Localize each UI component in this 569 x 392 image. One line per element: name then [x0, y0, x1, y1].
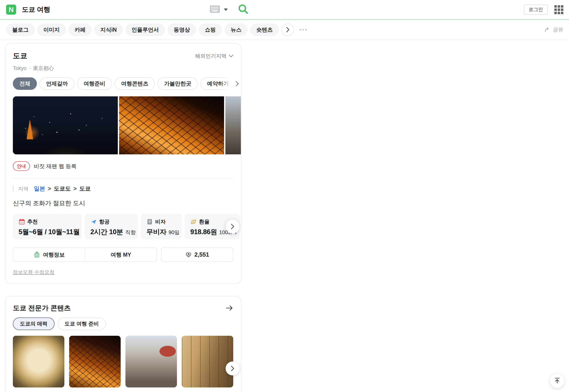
photo-gallery: [13, 96, 241, 154]
recommended-months: 5월~6월 / 10월~11월: [18, 227, 80, 237]
tab-kin[interactable]: 지식iN: [94, 24, 123, 36]
tab-shorttents[interactable]: 숏텐츠: [250, 24, 279, 36]
search-tab-bar: 블로그 이미지 카페 지식iN 인플루언서 동영상 쇼핑 뉴스 숏텐츠 공유: [0, 20, 569, 40]
thumbnail-asakusa-street-photo: [125, 336, 177, 387]
place-action-row: 여행정보 여행 MY 2,551: [13, 247, 233, 262]
currency-icon: $: [190, 218, 197, 225]
thumbnail-tokyo-tower-photo: [69, 336, 121, 387]
chevron-down-icon: [229, 55, 233, 57]
info-cards-next-button[interactable]: [226, 220, 240, 234]
place-filter-chips: 전체 언제갈까 여행준비 여행콘텐츠 가볼만한곳 예약하기 코스추천 사진: [13, 77, 241, 90]
place-title: 도쿄: [13, 51, 27, 61]
filter-trip-prep[interactable]: 여행준비: [77, 77, 112, 90]
tab-influencer[interactable]: 인플루언서: [125, 24, 165, 36]
chevron-right-icon: [230, 366, 235, 371]
place-name-local: 東京都心: [33, 65, 54, 72]
tab-news[interactable]: 뉴스: [224, 24, 248, 36]
passport-icon: [146, 218, 153, 225]
info-card-visa[interactable]: 비자 무비자 90일: [141, 214, 182, 239]
top-header: N 도쿄 여행 로그인: [0, 0, 569, 20]
notice-row[interactable]: 안내 비짓 재팬 웹 등록: [13, 161, 233, 171]
search-icon[interactable]: [237, 3, 249, 16]
breadcrumb-tokyo-to[interactable]: 도쿄도: [54, 185, 71, 193]
share-button[interactable]: 공유: [544, 26, 563, 33]
photo-tokyo-tower-closeup[interactable]: [119, 96, 224, 154]
flight-direct-label: 직항: [125, 229, 136, 236]
keyboard-dropdown-icon[interactable]: [224, 9, 228, 11]
breadcrumb-separator: >: [48, 185, 51, 192]
tabs-overflow-button[interactable]: [300, 29, 307, 30]
info-label-recommended: 추천: [27, 218, 38, 225]
region-label: 지역: [18, 185, 29, 192]
search-query-text[interactable]: 도쿄 여행: [22, 5, 50, 14]
info-label-exchange: 환율: [199, 218, 209, 225]
header-right: 로그인: [524, 5, 563, 14]
expert-content-card: 도쿄 전문가 콘텐츠 도쿄의 매력 도쿄 여행 준비 【맛있는 도쿄】'미슐랭 …: [5, 296, 241, 392]
login-button[interactable]: 로그인: [524, 5, 548, 14]
main-column: 도쿄 해외인기지역 Tokyo 東京都心 전체 언제갈까 여행준비 여행콘텐츠 …: [0, 40, 569, 392]
expert-items-carousel: 【맛있는 도쿄】'미슐랭 스타 셰프'가 직접 다룬 ... GO 도쿄관광재단…: [13, 336, 233, 392]
expert-card-title: 도쿄 전문가 콘텐츠: [13, 304, 71, 313]
tab-cafe[interactable]: 카페: [69, 24, 92, 36]
tab-image[interactable]: 이미지: [37, 24, 66, 36]
share-arrow-icon: [544, 26, 551, 33]
travel-my-label: 여행 MY: [111, 251, 131, 258]
travel-button-group: 여행정보 여행 MY: [13, 247, 157, 262]
tab-blog[interactable]: 블로그: [6, 24, 35, 36]
suitcase-icon: [33, 251, 40, 258]
travel-info-button[interactable]: 여행정보: [13, 248, 85, 261]
exchange-rate-value: 918.86원: [190, 227, 217, 237]
tabs-next-button[interactable]: [281, 24, 294, 36]
region-bar: [13, 185, 14, 192]
expert-items-next-button[interactable]: [226, 362, 240, 376]
tab-video[interactable]: 동영상: [168, 24, 196, 36]
expert-card-more-button[interactable]: [225, 304, 233, 312]
notice-badge: 안내: [13, 161, 30, 171]
breadcrumb-tokyo[interactable]: 도쿄: [79, 185, 90, 193]
share-label: 공유: [553, 26, 563, 33]
chevron-right-icon: [286, 27, 290, 32]
naver-logo-letter: N: [9, 6, 14, 14]
info-card-recommended-season[interactable]: 추천 5월~6월 / 10월~11월: [13, 214, 82, 239]
notice-text: 비짓 재팬 웹 등록: [34, 163, 77, 170]
travel-my-button[interactable]: 여행 MY: [85, 248, 156, 261]
naver-logo[interactable]: N: [6, 5, 16, 14]
flight-duration: 2시간 10분: [90, 227, 123, 237]
calendar-icon: [18, 218, 25, 225]
tab-tokyo-charm[interactable]: 도쿄의 매력: [13, 317, 55, 330]
region-selector-label: 해외인기지역: [195, 53, 226, 59]
tab-tokyo-trip-prep[interactable]: 도쿄 여행 준비: [58, 317, 106, 330]
region-breadcrumb: 지역 일본 > 도쿄도 > 도쿄: [13, 185, 233, 193]
scroll-to-top-button[interactable]: [550, 373, 565, 388]
airplane-icon: [90, 218, 97, 225]
filters-next-icon[interactable]: [235, 81, 239, 86]
report-error-link[interactable]: 정보오류 수정요청: [13, 269, 54, 276]
breadcrumb-japan[interactable]: 일본: [34, 185, 45, 193]
photo-tokyo-night-skyline[interactable]: [13, 96, 118, 154]
filter-all[interactable]: 전체: [13, 77, 37, 90]
photo-street-partial[interactable]: [225, 96, 241, 154]
place-name-en: Tokyo: [13, 65, 27, 71]
naver-search-page: N 도쿄 여행 로그인 블로그 이미지 카페 지식iN 인플루언서 동영상 쇼핑…: [0, 0, 569, 392]
heart-save-icon: [185, 251, 192, 258]
expert-item-basic-info[interactable]: 도쿄 여행 기초 정보 이지앤북스: [69, 336, 121, 392]
tab-shopping[interactable]: 쇼핑: [199, 24, 222, 36]
info-card-flight[interactable]: 항공 2시간 10분 직항: [85, 214, 138, 239]
filter-travel-content[interactable]: 여행콘텐츠: [115, 77, 155, 90]
info-card-row: 추천 5월~6월 / 10월~11월 항공 2시간 10분 직항: [13, 214, 233, 239]
expert-item-ramen[interactable]: 【맛있는 도쿄】'미슐랭 스타 셰프'가 직접 다룬 ... GO 도쿄관광재단: [13, 336, 64, 392]
thumbnail-ramen-photo: [13, 336, 64, 387]
expert-item-charm-points[interactable]: 도쿄 매력포인트 이지앤북스: [125, 336, 177, 392]
keyboard-icon[interactable]: [210, 5, 220, 14]
filter-fade: [220, 77, 241, 90]
chevron-right-icon: [230, 224, 235, 229]
apps-grid-icon[interactable]: [554, 5, 563, 14]
expert-item-accommodation[interactable]: 일본 도쿄 숙소 추천 OMO5 오모5 오츠카 호... 휘슬: [182, 336, 233, 392]
visa-status: 무비자: [146, 227, 166, 237]
filter-places-to-visit[interactable]: 가볼만한곳: [158, 77, 198, 90]
save-count-value: 2,551: [194, 251, 209, 258]
region-selector-dropdown[interactable]: 해외인기지역: [195, 53, 233, 59]
thumbnail-hostel-photo: [182, 336, 233, 387]
save-count-button[interactable]: 2,551: [161, 247, 233, 262]
filter-when-to-go[interactable]: 언제갈까: [40, 77, 74, 90]
